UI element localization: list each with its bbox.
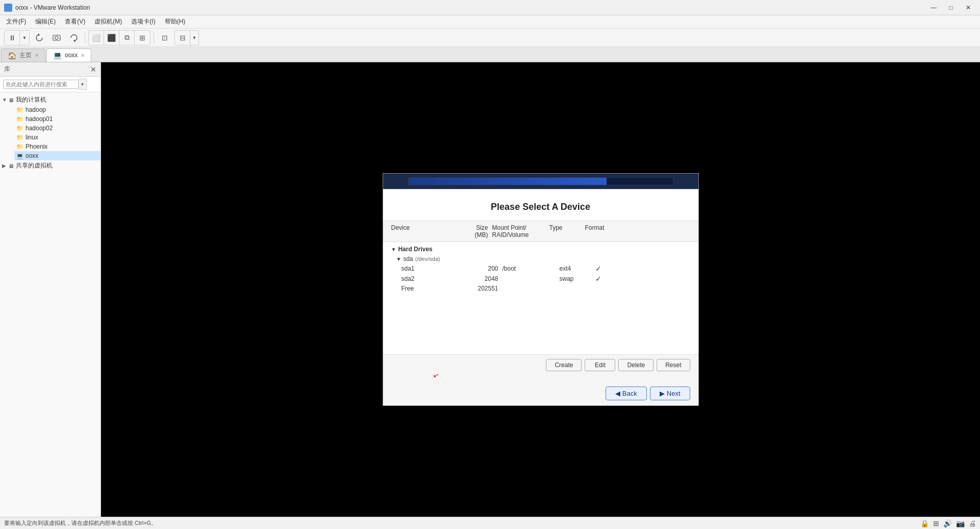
search-dropdown[interactable]: ▼	[79, 79, 87, 90]
menu-file[interactable]: 文件(F)	[2, 16, 30, 28]
table-row-free[interactable]: Free 202551	[383, 284, 698, 293]
table-row-sda1[interactable]: sda1 200 /boot ext4 ✓	[383, 263, 698, 274]
vm-hadoop02-label: hadoop02	[26, 125, 53, 132]
sidebar-close[interactable]: ✕	[90, 65, 96, 74]
tab-ooxx-label: ooxx	[65, 52, 78, 59]
menu-view[interactable]: 查看(V)	[61, 16, 89, 28]
status-icon-3: 🔊	[943, 519, 952, 527]
pause-button[interactable]: ⏸	[5, 31, 20, 45]
vm-folder-icon: 📁	[16, 116, 23, 123]
sidebar-search-area: ▼	[0, 77, 100, 92]
menu-vm[interactable]: 虚拟机(M)	[90, 16, 126, 28]
revert-button[interactable]	[32, 31, 47, 45]
subsection-sda: ▼ sda (/dev/sda)	[383, 254, 698, 263]
table-row-sda2[interactable]: sda2 2048 swap ✓	[383, 274, 698, 284]
sidebar-header: 库 ✕	[0, 62, 100, 77]
tab-ooxx-close[interactable]: ✕	[81, 53, 85, 58]
menu-help[interactable]: 帮助(H)	[161, 16, 190, 28]
toolbar: ⏸ ▼ ⬜ ⬛ ⧉ ⊞ ⊡ ⊟ ▼	[0, 29, 980, 47]
status-icon-2: ⊞	[933, 519, 939, 527]
row-sda1-format: ✓	[595, 264, 631, 273]
tab-home-close[interactable]: ✕	[35, 53, 39, 58]
expand-sda-icon: ▼	[396, 256, 401, 262]
power-controls: ⏸ ▼	[4, 30, 30, 45]
sidebar-item-hadoop[interactable]: 📁 hadoop	[14, 105, 100, 114]
vm-linux-label: linux	[26, 134, 38, 141]
arrow-annotation: ↙	[432, 371, 440, 380]
create-button[interactable]: Create	[546, 359, 582, 371]
tab-home[interactable]: 🏠 主页 ✕	[1, 49, 45, 62]
row-free-size: 202551	[463, 285, 498, 292]
sidebar-item-hadoop01[interactable]: 📁 hadoop01	[14, 114, 100, 124]
expand-hard-drives-icon: ▼	[391, 247, 396, 252]
col-header-format: Format	[585, 224, 621, 238]
edit-button[interactable]: Edit	[585, 359, 615, 371]
progress-bar	[408, 177, 673, 185]
status-icon-1: 🔒	[920, 519, 929, 527]
display-dropdown[interactable]: ▼	[190, 31, 198, 45]
restore-button[interactable]	[66, 31, 82, 45]
view-fullscreen[interactable]: ⬛	[104, 31, 119, 45]
view-normal[interactable]: ⬜	[89, 31, 104, 45]
section-hard-drives-label: Hard Drives	[398, 246, 432, 253]
expand-shared-icon: ▶	[2, 163, 8, 169]
menu-edit[interactable]: 编辑(E)	[31, 16, 60, 28]
my-computer-label: 我的计算机	[16, 95, 46, 104]
close-button[interactable]: ✕	[961, 3, 976, 13]
sidebar-item-hadoop02[interactable]: 📁 hadoop02	[14, 124, 100, 133]
search-input[interactable]	[3, 80, 79, 89]
row-sda2-device: sda2	[401, 275, 463, 282]
row-sda2-type: swap	[560, 275, 595, 282]
sidebar-item-linux[interactable]: 📁 linux	[14, 133, 100, 142]
next-label: Next	[667, 390, 681, 397]
dialog-title-bar	[383, 174, 698, 189]
maximize-button[interactable]: □	[943, 3, 959, 13]
vm-hadoop-label: hadoop	[26, 106, 46, 113]
vm-ooxx-label: ooxx	[26, 152, 38, 159]
computer-icon: 🖥	[8, 97, 14, 103]
sidebar-item-phoenix[interactable]: 📁 Phoenix	[14, 142, 100, 151]
vm-hadoop01-label: hadoop01	[26, 115, 53, 123]
sidebar-item-ooxx[interactable]: 💻 ooxx	[14, 151, 100, 160]
status-icons: 🔒 ⊞ 🔊 📷 🖨	[920, 519, 976, 527]
checkmark-sda1: ✓	[595, 264, 601, 273]
status-icon-5: 🖨	[969, 519, 976, 527]
sidebar-title: 库	[4, 65, 10, 74]
tab-ooxx[interactable]: 💻 ooxx ✕	[46, 49, 91, 62]
dialog: Please Select A Device Device Size (MB) …	[383, 173, 699, 406]
sidebar-item-shared[interactable]: ▶ 🖥 共享的虚拟机	[0, 160, 100, 171]
sda-label: sda	[403, 255, 413, 262]
status-text: 要将输入定向到该虚拟机，请在虚拟机内部单击或按 Ctrl+G。	[4, 519, 157, 527]
menu-tab[interactable]: 选项卡(I)	[127, 16, 159, 28]
next-arrow-icon: ▶	[660, 390, 665, 397]
status-icon-4: 📷	[956, 519, 965, 527]
snapshot-button[interactable]	[49, 31, 64, 45]
row-sda1-size: 200	[463, 265, 498, 272]
nav-buttons: ◀ Back ▶ Next	[391, 384, 690, 401]
row-sda1-type: ext4	[560, 265, 595, 272]
home-icon: 🏠	[8, 52, 16, 60]
minimize-button[interactable]: —	[926, 3, 941, 13]
power-dropdown[interactable]: ▼	[20, 31, 29, 45]
row-free-device: Free	[401, 285, 463, 292]
sidebar-item-my-computer[interactable]: ▼ 🖥 我的计算机	[0, 94, 100, 105]
col-header-device: Device	[391, 224, 453, 238]
shared-label: 共享的虚拟机	[16, 161, 53, 170]
guest-button[interactable]: ⊡	[157, 31, 172, 45]
action-buttons: Create Edit Delete Reset	[391, 359, 690, 371]
col-header-size: Size (MB)	[453, 224, 488, 238]
back-button[interactable]: ◀ Back	[606, 387, 647, 400]
annotation-area: ↙	[391, 375, 690, 384]
view-unity[interactable]: ⧉	[119, 31, 135, 45]
row-sda2-format: ✓	[595, 275, 631, 283]
delete-button[interactable]: Delete	[618, 359, 654, 371]
reset-button[interactable]: Reset	[657, 359, 690, 371]
col-header-type: Type	[549, 224, 585, 238]
row-sda2-size: 2048	[463, 275, 498, 282]
menu-bar: 文件(F) 编辑(E) 查看(V) 虚拟机(M) 选项卡(I) 帮助(H)	[0, 15, 980, 29]
view-other[interactable]: ⊞	[135, 31, 150, 45]
back-arrow-icon: ◀	[615, 390, 620, 397]
shared-icon: 🖥	[8, 163, 14, 169]
next-button[interactable]: ▶ Next	[650, 387, 690, 400]
display-btn[interactable]: ⊟	[175, 31, 190, 45]
